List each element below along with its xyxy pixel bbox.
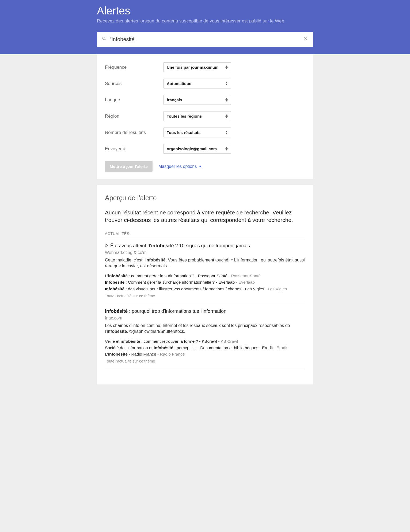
- related-link[interactable]: Veille et infobésité : comment retrouver…: [105, 338, 305, 345]
- option-label-language: Langue: [105, 97, 163, 103]
- select-value-language: français: [167, 98, 182, 102]
- related-list: Veille et infobésité : comment retrouver…: [105, 338, 305, 357]
- select-region[interactable]: Toutes les régions: [163, 111, 231, 121]
- hide-options-label: Masquer les options: [158, 164, 197, 169]
- result-title[interactable]: Êtes-vous atteint d'infobésité ? 10 sign…: [105, 243, 305, 249]
- select-chevrons-icon: [225, 82, 228, 85]
- option-row-send_to: Envoyer à organisologie@gmail.com: [105, 141, 305, 157]
- result-item: Infobésité : pourquoi trop d'information…: [105, 309, 305, 369]
- more-link[interactable]: Toute l'actualité sur ce thème: [105, 294, 305, 298]
- select-chevrons-icon: [225, 114, 228, 118]
- select-num_results[interactable]: Tous les résultats: [163, 128, 231, 137]
- select-chevrons-icon: [225, 98, 228, 102]
- page-subtitle: Recevez des alertes lorsque du contenu s…: [97, 18, 313, 24]
- select-language[interactable]: français: [163, 95, 231, 105]
- page-title: Alertes: [97, 5, 313, 17]
- select-chevrons-icon: [225, 131, 228, 134]
- related-link[interactable]: L'infobésité - Radio France - Radio Fran…: [105, 351, 305, 357]
- preview-title: Aperçu de l'alerte: [105, 194, 305, 202]
- option-label-num_results: Nombre de résultats: [105, 130, 163, 135]
- related-link[interactable]: Infobésité : des visuels pour illustrer …: [105, 286, 305, 292]
- related-link[interactable]: Société de l'information et infobésité :…: [105, 345, 305, 351]
- related-link[interactable]: Infobésité : Comment gérer la surcharge …: [105, 279, 305, 286]
- update-alert-button[interactable]: Mettre à jour l'alerte: [105, 161, 153, 172]
- chevron-up-icon: [199, 165, 202, 167]
- more-link[interactable]: Toute l'actualité sur ce thème: [105, 359, 305, 363]
- preview-message: Aucun résultat récent ne correspond à vo…: [105, 209, 305, 224]
- option-row-language: Langue français: [105, 92, 305, 108]
- result-snippet: Cette maladie, c'est l'infobésité. Vous …: [105, 257, 305, 269]
- result-source: Webmarketing & co'm: [105, 250, 305, 255]
- result-item: Êtes-vous atteint d'infobésité ? 10 sign…: [105, 243, 305, 303]
- result-snippet: Les chaînes d'info en continu, Internet …: [105, 323, 305, 335]
- select-chevrons-icon: [225, 65, 228, 69]
- hide-options-link[interactable]: Masquer les options: [158, 164, 202, 169]
- search-box: [97, 32, 313, 47]
- option-label-send_to: Envoyer à: [105, 146, 163, 152]
- option-label-region: Région: [105, 114, 163, 119]
- related-link[interactable]: L'infobésité : comment gérer la surinfor…: [105, 273, 305, 279]
- option-label-sources: Sources: [105, 81, 163, 86]
- option-row-region: Région Toutes les régions: [105, 108, 305, 124]
- select-value-send_to: organisologie@gmail.com: [167, 147, 217, 151]
- select-send_to[interactable]: organisologie@gmail.com: [163, 144, 231, 154]
- select-value-sources: Automatique: [167, 81, 191, 86]
- preview-panel: Aperçu de l'alerte Aucun résultat récent…: [97, 185, 313, 384]
- result-title[interactable]: Infobésité : pourquoi trop d'information…: [105, 309, 305, 314]
- section-label: ACTUALITÉS: [105, 232, 305, 238]
- result-source: fnac.com: [105, 316, 305, 321]
- select-frequency[interactable]: Une fois par jour maximum: [163, 62, 231, 72]
- select-value-region: Toutes les régions: [167, 114, 202, 118]
- select-value-num_results: Tous les résultats: [167, 130, 200, 135]
- related-list: L'infobésité : comment gérer la surinfor…: [105, 273, 305, 292]
- options-panel: Fréquence Une fois par jour maximum Sour…: [97, 54, 313, 179]
- search-icon: [102, 36, 107, 43]
- select-value-frequency: Une fois par jour maximum: [167, 65, 218, 70]
- option-row-frequency: Fréquence Une fois par jour maximum: [105, 59, 305, 75]
- select-chevrons-icon: [225, 147, 228, 151]
- option-row-sources: Sources Automatique: [105, 75, 305, 92]
- option-label-frequency: Fréquence: [105, 65, 163, 70]
- search-input[interactable]: [110, 36, 303, 43]
- option-row-num_results: Nombre de résultats Tous les résultats: [105, 124, 305, 141]
- play-icon: [105, 243, 108, 249]
- clear-icon[interactable]: [303, 36, 308, 43]
- select-sources[interactable]: Automatique: [163, 79, 231, 88]
